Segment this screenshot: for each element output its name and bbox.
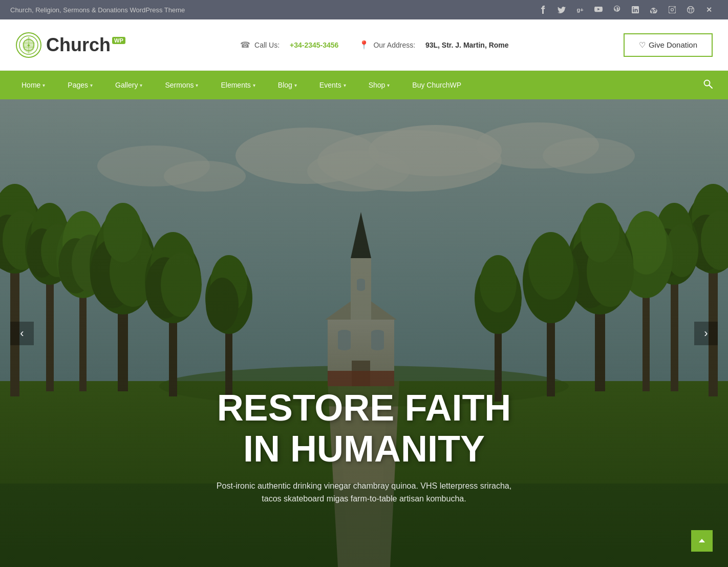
svg-rect-0 (669, 6, 676, 13)
linkedin-icon[interactable] (627, 0, 644, 19)
nav-link-sermons[interactable]: Sermons ▾ (154, 71, 209, 99)
nav-shop-arrow: ▾ (387, 82, 390, 88)
nav-sermons-arrow: ▾ (196, 82, 198, 88)
hero-content: RESTORE FAITH IN HUMANITY Post-ironic au… (73, 388, 655, 506)
nav-pages-arrow: ▾ (90, 82, 93, 88)
address-value: 93L, Str. J. Martin, Rome (425, 41, 509, 49)
svg-line-8 (710, 85, 713, 88)
nav-buy-label: Buy ChurchWP (412, 81, 461, 89)
location-icon: 📍 (359, 40, 369, 50)
facebook-icon[interactable] (534, 0, 552, 19)
nav-sermons-label: Sermons (165, 81, 194, 89)
nav-link-gallery[interactable]: Gallery ▾ (104, 71, 154, 99)
top-bar-tagline: Church, Religion, Sermons & Donations Wo… (10, 6, 185, 14)
site-logo[interactable]: ✦ ChurchWP (15, 32, 125, 58)
hero-subtitle: Post-ironic authentic drinking vinegar c… (210, 479, 518, 506)
nav-blog-arrow: ▾ (294, 82, 297, 88)
address-contact: 📍 Our Address: 93L, Str. J. Martin, Rome (359, 40, 508, 50)
nav-item-elements: Elements ▾ (209, 71, 266, 99)
nav-elements-label: Elements (221, 81, 250, 89)
nav-item-gallery: Gallery ▾ (104, 71, 154, 99)
social-icons-bar: g+ ✕ (534, 0, 718, 19)
svg-text:✦: ✦ (27, 43, 31, 48)
nav-items-list: Home ▾ Pages ▾ Gallery ▾ Sermons ▾ Eleme (10, 71, 698, 99)
phone-number[interactable]: +34-2345-3456 (290, 41, 338, 49)
logo-icon: ✦ (15, 32, 42, 58)
nav-item-home: Home ▾ (10, 71, 56, 99)
header-contact-info: ☎ Call Us: +34-2345-3456 📍 Our Address: … (240, 40, 508, 50)
nav-item-pages: Pages ▾ (56, 71, 104, 99)
nav-item-sermons: Sermons ▾ (154, 71, 209, 99)
nav-gallery-label: Gallery (115, 81, 138, 89)
donation-button[interactable]: ♡ Give Donation (624, 33, 713, 57)
nav-home-label: Home (22, 81, 40, 89)
svg-point-3 (688, 7, 694, 13)
main-navigation: Home ▾ Pages ▾ Gallery ▾ Sermons ▾ Eleme (0, 71, 728, 99)
google-plus-icon[interactable]: g+ (571, 0, 589, 19)
heart-icon: ♡ (639, 40, 646, 50)
logo-wp-badge: WP (112, 37, 125, 44)
back-to-top-button[interactable] (691, 530, 713, 552)
instagram-icon[interactable] (663, 0, 681, 19)
logo-church-text: ChurchWP (46, 34, 125, 56)
nav-item-buychurchWP: Buy ChurchWP (401, 71, 473, 99)
nav-link-pages[interactable]: Pages ▾ (56, 71, 104, 99)
nav-events-label: Events (319, 81, 341, 89)
hero-title: RESTORE FAITH IN HUMANITY (73, 388, 655, 469)
site-header: ✦ ChurchWP ☎ Call Us: +34-2345-3456 📍 Ou… (0, 19, 728, 71)
nav-home-arrow: ▾ (42, 82, 45, 88)
svg-point-1 (671, 9, 674, 11)
slider-next-button[interactable]: › (694, 322, 718, 345)
phone-icon: ☎ (240, 40, 250, 50)
nav-item-shop: Shop ▾ (357, 71, 401, 99)
chevron-up-icon (698, 537, 705, 544)
pinterest-icon[interactable] (608, 0, 626, 19)
phone-label: Call Us: (254, 41, 280, 49)
skype-icon[interactable] (645, 0, 662, 19)
nav-link-shop[interactable]: Shop ▾ (357, 71, 401, 99)
phone-contact: ☎ Call Us: +34-2345-3456 (240, 40, 338, 50)
slider-prev-button[interactable]: ‹ (10, 322, 34, 345)
hero-slider: ‹ › RESTORE FAITH IN HUMANITY Post-ironi… (0, 99, 728, 567)
nav-item-blog: Blog ▾ (267, 71, 308, 99)
nav-shop-label: Shop (369, 81, 386, 89)
prev-arrow-icon: ‹ (20, 327, 24, 340)
nav-link-blog[interactable]: Blog ▾ (267, 71, 308, 99)
hero-title-line2: IN HUMANITY (73, 429, 655, 469)
hero-title-line1: RESTORE FAITH (73, 388, 655, 428)
nav-events-arrow: ▾ (344, 82, 346, 88)
nav-item-events: Events ▾ (308, 71, 357, 99)
nav-pages-label: Pages (68, 81, 88, 89)
nav-link-events[interactable]: Events ▾ (308, 71, 357, 99)
nav-search-icon[interactable] (698, 79, 718, 91)
nav-link-buychurchWP[interactable]: Buy ChurchWP (401, 71, 473, 99)
nav-link-home[interactable]: Home ▾ (10, 71, 56, 99)
youtube-icon[interactable] (590, 0, 607, 19)
nav-elements-arrow: ▾ (253, 82, 255, 88)
nav-blog-label: Blog (278, 81, 292, 89)
svg-point-2 (674, 7, 675, 8)
xing-icon[interactable]: ✕ (700, 0, 718, 19)
donation-button-label: Give Donation (649, 40, 697, 49)
top-bar: Church, Religion, Sermons & Donations Wo… (0, 0, 728, 19)
next-arrow-icon: › (704, 327, 708, 340)
address-label: Our Address: (373, 41, 415, 49)
dribbble-icon[interactable] (682, 0, 699, 19)
twitter-icon[interactable] (553, 0, 570, 19)
nav-gallery-arrow: ▾ (140, 82, 142, 88)
nav-link-elements[interactable]: Elements ▾ (209, 71, 266, 99)
logo-name: Church (46, 34, 111, 56)
